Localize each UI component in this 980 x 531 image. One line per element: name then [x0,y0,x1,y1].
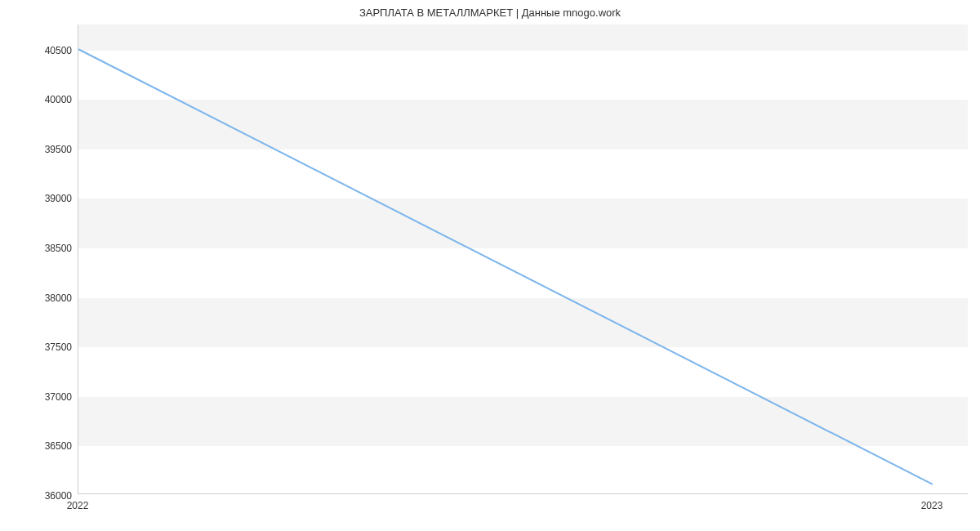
y-tick-label: 37000 [45,391,72,403]
y-tick-label: 40500 [45,45,72,56]
chart-title: ЗАРПЛАТА В МЕТАЛЛМАРКЕТ | Данные mnogo.w… [0,7,980,19]
line-series [78,25,969,494]
y-tick-label: 39000 [45,193,72,204]
y-tick-label: 38500 [45,243,72,254]
plot-area [78,25,968,494]
y-tick-label: 39500 [45,144,72,155]
y-tick-label: 36500 [45,440,72,452]
y-tick-label: 38000 [45,292,72,304]
x-tick-label: 2022 [67,500,89,511]
chart-container: ЗАРПЛАТА В МЕТАЛЛМАРКЕТ | Данные mnogo.w… [0,0,980,531]
y-tick-label: 37500 [45,341,72,353]
y-tick-label: 40000 [45,94,72,105]
x-tick-label: 2023 [921,500,943,511]
